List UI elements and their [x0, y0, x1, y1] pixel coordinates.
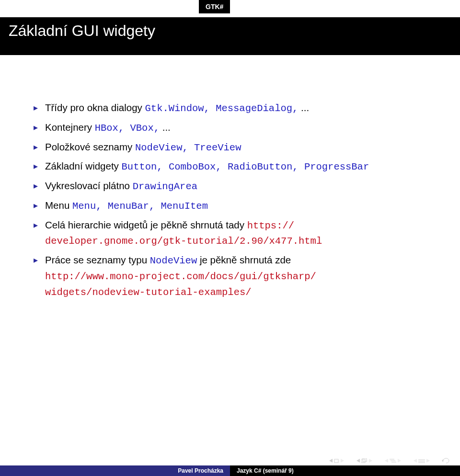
svg-marker-3 — [356, 459, 360, 463]
bullet-text: Práce se seznamy typu — [45, 254, 150, 265]
nav-frame-group[interactable] — [356, 458, 373, 463]
bullet-item: Základní widgety Button, ComboBox, Radio… — [34, 159, 441, 175]
footer-title: Jazyk C# (seminář 9) — [230, 465, 460, 476]
code-text: Gtk.Window, MessageDialog, — [145, 103, 299, 114]
triangle-right-icon — [426, 459, 430, 463]
link-text[interactable]: https:// — [247, 220, 294, 231]
bullet-item: Položkové seznamy NodeView, TreeView — [34, 140, 441, 156]
nav-section-group[interactable] — [384, 459, 402, 463]
triangle-left-icon — [329, 459, 333, 463]
svg-rect-4 — [361, 459, 365, 463]
bullet-item: Práce se seznamy typu NodeView je pěkně … — [34, 253, 441, 300]
triangle-right-icon — [340, 459, 345, 463]
code-text: Button, ComboBox, RadioButton, ProgressB… — [122, 161, 369, 172]
code-text: Menu, MenuBar, MenuItem — [72, 201, 208, 212]
bullet-text: Třídy pro okna dialogy — [45, 102, 145, 113]
svg-rect-1 — [334, 459, 338, 463]
bullet-text: Základní widgety — [45, 160, 122, 171]
code-text: NodeView — [150, 255, 197, 266]
nav-subsection-group[interactable] — [413, 459, 430, 463]
svg-marker-2 — [341, 459, 344, 463]
triangle-right-icon — [397, 459, 402, 463]
footer-author: Pavel Procházka — [0, 465, 230, 476]
link-text[interactable]: http://www.mono-project.com/docs/gui/gtk… — [45, 271, 316, 282]
bullet-text: ... — [160, 122, 171, 133]
undo-icon — [442, 458, 450, 464]
nav-slide-group[interactable] — [329, 459, 345, 463]
section-badge: GTK# — [199, 0, 230, 13]
beamer-nav — [329, 458, 450, 464]
bars-icon — [418, 459, 425, 463]
slide-body: Třídy pro okna dialogy Gtk.Window, Messa… — [34, 101, 441, 304]
bullet-item: Celá hierarchie widgetů je pěkně shrnutá… — [34, 218, 441, 249]
bullet-item: Menu Menu, MenuBar, MenuItem — [34, 198, 441, 214]
svg-marker-16 — [426, 459, 430, 463]
svg-rect-5 — [363, 458, 367, 462]
bullet-text: Položkové seznamy — [45, 141, 135, 152]
code-text: HBox, VBox, — [95, 123, 160, 134]
bars-icon — [390, 459, 396, 463]
link-text[interactable]: developer.gnome.org/gtk-tutorial/2.90/x4… — [45, 236, 322, 247]
svg-marker-6 — [369, 459, 372, 463]
svg-marker-12 — [414, 459, 417, 463]
bullet-item: Třídy pro okna dialogy Gtk.Window, Messa… — [34, 101, 441, 116]
bullet-item: Kontejnery HBox, VBox, ... — [34, 120, 441, 136]
code-text: NodeView, TreeView — [135, 142, 241, 153]
svg-marker-17 — [442, 459, 443, 462]
code-text: DrawingArea — [133, 181, 197, 192]
bullet-text: Vykreslovací plátno — [45, 180, 133, 191]
frames-icon — [361, 458, 368, 463]
svg-marker-0 — [329, 459, 333, 463]
bullet-text: je pěkně shrnutá zde — [197, 254, 291, 265]
bullet-text: ... — [298, 102, 309, 113]
svg-marker-11 — [398, 459, 401, 463]
link-text[interactable]: widgets/nodeview-tutorial-examples/ — [45, 287, 252, 298]
bullet-text: Celá hierarchie widgetů je pěkně shrnutá… — [45, 219, 247, 230]
triangle-left-icon — [413, 459, 417, 463]
bullet-item: Vykreslovací plátno DrawingArea — [34, 179, 441, 194]
triangle-left-icon — [356, 459, 360, 463]
square-icon — [334, 459, 339, 463]
triangle-left-icon — [384, 459, 389, 463]
triangle-right-icon — [368, 459, 373, 463]
bullet-text: Menu — [45, 200, 72, 211]
nav-back-group[interactable] — [442, 458, 450, 464]
footer-bar: Pavel Procházka Jazyk C# (seminář 9) — [0, 465, 460, 476]
svg-marker-7 — [385, 459, 388, 463]
slide-title: Základní GUI widgety — [0, 17, 460, 55]
bullet-text: Kontejnery — [45, 122, 95, 133]
